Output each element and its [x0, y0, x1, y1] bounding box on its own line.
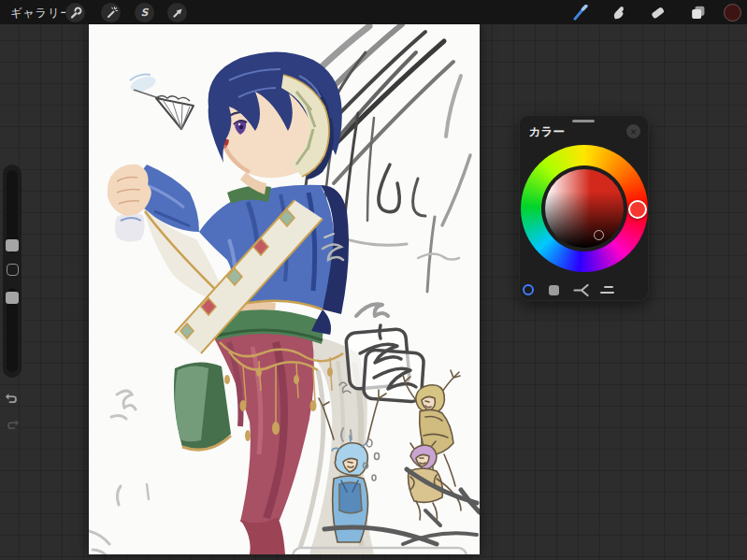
color-panel-title: カラー: [529, 124, 565, 140]
drawing-canvas[interactable]: [89, 24, 480, 554]
current-color-swatch[interactable]: [724, 4, 741, 22]
procreate-screen: ギャラリー S: [0, 0, 747, 560]
magic-wand-icon: [105, 7, 118, 20]
undo-button[interactable]: [4, 391, 19, 406]
gallery-button[interactable]: ギャラリー: [10, 6, 72, 22]
harmony-mode-icon: [573, 283, 589, 297]
brush-icon: [572, 5, 588, 21]
mode-classic-tab[interactable]: [548, 283, 560, 296]
panel-drag-handle[interactable]: [572, 120, 595, 122]
redo-icon: [6, 417, 21, 432]
classic-mode-icon: [549, 285, 559, 295]
disc-selector[interactable]: [594, 230, 604, 240]
mode-palettes-tab[interactable]: [626, 283, 640, 296]
actions-button[interactable]: [65, 3, 85, 22]
wrench-icon: [69, 7, 82, 20]
smudge-finger-icon: [611, 5, 626, 21]
eraser-icon: [650, 5, 666, 21]
hue-selector[interactable]: [628, 200, 647, 219]
layers-button[interactable]: [689, 4, 706, 21]
value-mode-icon: [604, 286, 613, 289]
color-panel: カラー ✕: [519, 115, 649, 301]
close-icon[interactable]: ✕: [626, 124, 640, 138]
mode-harmony-tab[interactable]: [573, 283, 589, 297]
top-toolbar: ギャラリー S: [0, 0, 747, 24]
selection-s-icon: S: [141, 7, 149, 19]
paint-brush-button[interactable]: [571, 4, 588, 21]
adjustments-button[interactable]: [101, 3, 121, 22]
transform-button[interactable]: [167, 3, 187, 22]
disc-mode-icon: [523, 284, 534, 295]
mode-value-tab[interactable]: [599, 283, 614, 296]
brush-opacity-handle[interactable]: [6, 292, 19, 304]
smudge-button[interactable]: [610, 4, 626, 21]
brush-size-handle[interactable]: [6, 239, 19, 251]
undo-icon: [4, 391, 19, 406]
saturation-brightness-disc[interactable]: [545, 169, 624, 248]
artwork-cone: [128, 74, 194, 129]
modify-button[interactable]: [7, 264, 19, 276]
selection-button[interactable]: S: [135, 3, 154, 22]
brush-sidebar: [3, 165, 22, 378]
mode-disc-tab[interactable]: [522, 283, 535, 296]
transform-arrow-icon: [171, 7, 184, 20]
redo-button[interactable]: [6, 417, 21, 432]
erase-button[interactable]: [649, 4, 666, 21]
layers-icon: [690, 5, 706, 21]
artwork: [89, 24, 480, 554]
